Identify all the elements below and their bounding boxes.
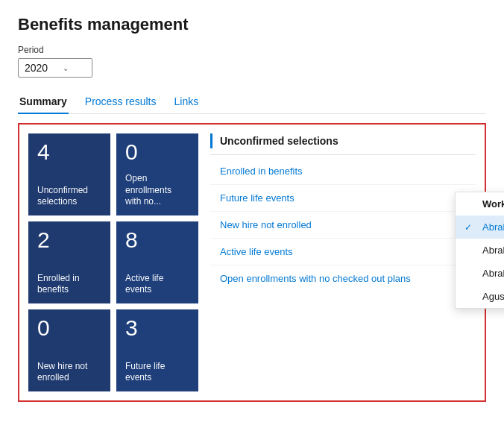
check-icon-3: [464, 292, 476, 302]
tile-enrolled-label: Enrolled in benefits: [37, 273, 101, 296]
filter-item-future-life[interactable]: Future life events: [210, 185, 476, 212]
tile-future-life-label: Future life events: [125, 361, 189, 384]
filter-bar-indicator: [210, 133, 212, 148]
tile-active-life-number: 8: [125, 229, 189, 251]
filter-item-new-hire[interactable]: New hire not enrolled: [210, 212, 476, 239]
checkmark-placeholder: [464, 199, 476, 210]
chevron-down-icon: ⌄: [63, 64, 69, 72]
tile-enrolled[interactable]: 2 Enrolled in benefits: [28, 221, 110, 303]
tile-active-life[interactable]: 8 Active life events: [116, 221, 198, 303]
dropdown-item-3[interactable]: Agustina Fierro: [456, 285, 504, 308]
period-value: 2020: [25, 62, 48, 74]
check-icon-2: [464, 268, 476, 279]
tile-unconfirmed-label: Unconfirmed selections: [37, 185, 101, 208]
filter-title: Unconfirmed selections: [220, 135, 338, 147]
filter-header: Unconfirmed selections: [210, 133, 476, 155]
tile-new-hire-label: New hire not enrolled: [37, 361, 101, 384]
period-select[interactable]: 2020 ⌄: [18, 58, 92, 78]
dropdown-header: Worker: [456, 192, 504, 215]
page-title: Benefits management: [18, 15, 486, 34]
tab-links[interactable]: Links: [173, 89, 201, 113]
dropdown-header-label: Worker: [482, 198, 504, 210]
dropdown-item-label-1: Abraham Apodaca: [482, 245, 504, 256]
filter-panel: Unconfirmed selections Enrolled in benef…: [210, 133, 476, 391]
check-icon-1: [464, 245, 476, 256]
dropdown-item-1[interactable]: Abraham Apodaca: [456, 239, 504, 262]
tiles-grid: 4 Unconfirmed selections 0 Open enrollme…: [28, 133, 198, 391]
tile-enrolled-number: 2: [37, 229, 101, 251]
dropdown-item-label-2: Abraham Apodaca: [482, 268, 504, 279]
tile-open-enrollments[interactable]: 0 Open enrollments with no...: [116, 133, 198, 215]
tab-summary[interactable]: Summary: [18, 89, 69, 113]
tile-unconfirmed-number: 4: [37, 141, 101, 163]
tile-future-life[interactable]: 3 Future life events: [116, 309, 198, 391]
filter-item-open-enrollments[interactable]: Open enrollments with no checked out pla…: [210, 265, 476, 292]
tile-open-enrollments-label: Open enrollments with no...: [125, 173, 189, 208]
dropdown-item-0[interactable]: ✓ Abraham Apodaca: [456, 215, 504, 239]
check-icon-0: ✓: [464, 222, 476, 233]
dropdown-item-label-3: Agustina Fierro: [482, 291, 504, 302]
filter-items-list: Enrolled in benefits Future life events …: [210, 158, 476, 292]
tile-future-life-number: 3: [125, 317, 189, 339]
period-label: Period: [18, 45, 486, 55]
dropdown-item-2[interactable]: Abraham Apodaca: [456, 262, 504, 285]
main-content-area: 4 Unconfirmed selections 0 Open enrollme…: [18, 123, 486, 402]
tile-unconfirmed[interactable]: 4 Unconfirmed selections: [28, 133, 110, 215]
tile-new-hire-number: 0: [37, 317, 101, 339]
dropdown-item-label-0: Abraham Apodaca: [482, 221, 504, 233]
tile-open-enrollments-number: 0: [125, 141, 189, 163]
tile-new-hire[interactable]: 0 New hire not enrolled: [28, 309, 110, 391]
filter-item-enrolled-benefits[interactable]: Enrolled in benefits: [210, 158, 476, 185]
filter-item-active-life[interactable]: Active life events: [210, 239, 476, 265]
tab-process-results[interactable]: Process results: [84, 89, 158, 113]
tabs-bar: Summary Process results Links: [18, 89, 486, 114]
tile-active-life-label: Active life events: [125, 273, 189, 296]
worker-dropdown: Worker ✓ Abraham Apodaca Abraham Apodaca…: [455, 192, 504, 309]
